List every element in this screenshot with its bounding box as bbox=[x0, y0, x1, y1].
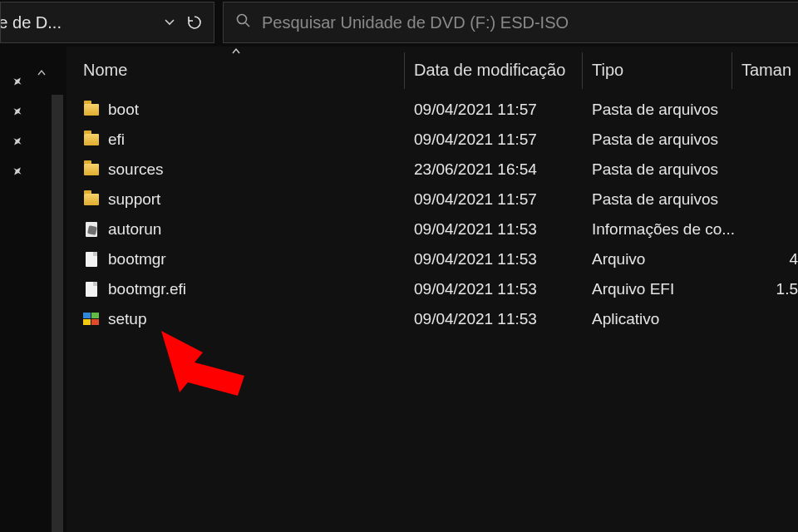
tree-expand-icon[interactable] bbox=[35, 47, 48, 532]
file-type: Informações de co... bbox=[592, 220, 741, 239]
pin-icon[interactable] bbox=[0, 126, 35, 156]
annotation-arrow-icon bbox=[155, 324, 254, 399]
search-box[interactable]: Pesquisar Unidade de DVD (F:) ESD-ISO bbox=[223, 2, 798, 43]
file-name: bootmgr bbox=[108, 250, 166, 268]
sort-indicator-icon bbox=[231, 47, 241, 59]
file-list-pane: Nome Data de modificação Tipo Taman boot… bbox=[66, 47, 798, 532]
file-name: support bbox=[108, 190, 160, 209]
file-name: efi bbox=[108, 131, 125, 149]
folder-icon bbox=[83, 161, 100, 178]
file-row[interactable]: efi 09/04/2021 11:57 Pasta de arquivos bbox=[66, 125, 798, 155]
file-row[interactable]: setup 09/04/2021 11:53 Aplicativo bbox=[66, 304, 798, 334]
file-row[interactable]: boot 09/04/2021 11:57 Pasta de arquivos bbox=[66, 95, 798, 125]
column-header-type[interactable]: Tipo bbox=[592, 61, 741, 80]
address-dropdown-icon[interactable] bbox=[164, 16, 177, 30]
file-date: 09/04/2021 11:53 bbox=[414, 250, 592, 268]
nav-scrollbar[interactable] bbox=[48, 47, 66, 532]
file-date: 09/04/2021 11:57 bbox=[414, 101, 592, 119]
file-date: 23/06/2021 16:54 bbox=[414, 160, 592, 179]
svg-point-0 bbox=[238, 14, 247, 23]
nav-scrollbar-thumb[interactable] bbox=[52, 95, 63, 532]
file-name: setup bbox=[108, 310, 146, 328]
file-row[interactable]: support 09/04/2021 11:57 Pasta de arquiv… bbox=[66, 185, 798, 214]
file-name: sources bbox=[108, 160, 164, 179]
file-icon bbox=[83, 251, 100, 268]
address-path: dade de D... bbox=[0, 13, 155, 32]
file-date: 09/04/2021 11:53 bbox=[414, 310, 592, 328]
file-type: Aplicativo bbox=[592, 310, 741, 328]
folder-icon bbox=[83, 131, 100, 148]
search-icon bbox=[235, 12, 252, 33]
file-date: 09/04/2021 11:57 bbox=[414, 131, 592, 149]
svg-marker-2 bbox=[161, 331, 244, 396]
file-date: 09/04/2021 11:53 bbox=[414, 220, 592, 239]
file-date: 09/04/2021 11:57 bbox=[414, 190, 592, 209]
pin-icon[interactable] bbox=[0, 156, 35, 186]
file-row[interactable]: sources 23/06/2021 16:54 Pasta de arquiv… bbox=[66, 155, 798, 185]
file-name: autorun bbox=[108, 220, 161, 239]
quick-access-column bbox=[0, 47, 35, 532]
file-size: 4 bbox=[741, 250, 798, 268]
application-icon bbox=[83, 311, 100, 328]
file-type: Arquivo bbox=[592, 250, 741, 268]
file-icon bbox=[83, 281, 100, 298]
file-type: Pasta de arquivos bbox=[592, 190, 741, 209]
pin-icon[interactable] bbox=[0, 66, 35, 96]
explorer-body: Nome Data de modificação Tipo Taman boot… bbox=[0, 47, 798, 532]
file-type: Pasta de arquivos bbox=[592, 160, 741, 179]
file-row[interactable]: autorun 09/04/2021 11:53 Informações de … bbox=[66, 214, 798, 244]
address-bar[interactable]: dade de D... bbox=[0, 2, 214, 43]
column-header-name[interactable]: Nome bbox=[83, 61, 414, 80]
file-row[interactable]: bootmgr.efi 09/04/2021 11:53 Arquivo EFI… bbox=[66, 274, 798, 304]
column-header-date[interactable]: Data de modificação bbox=[414, 61, 592, 80]
folder-icon bbox=[83, 101, 100, 118]
search-placeholder: Pesquisar Unidade de DVD (F:) ESD-ISO bbox=[262, 13, 569, 32]
toolbar: dade de D... Pesquisar Unidade de DVD (F… bbox=[0, 0, 798, 47]
folder-icon bbox=[83, 191, 100, 208]
file-date: 09/04/2021 11:53 bbox=[414, 280, 592, 298]
refresh-button[interactable] bbox=[185, 13, 204, 32]
file-name: boot bbox=[108, 101, 139, 119]
file-type: Pasta de arquivos bbox=[592, 101, 741, 119]
column-header-row: Nome Data de modificação Tipo Taman bbox=[66, 50, 798, 90]
pin-icon[interactable] bbox=[0, 96, 35, 126]
file-row[interactable]: bootmgr 09/04/2021 11:53 Arquivo 4 bbox=[66, 244, 798, 274]
config-file-icon bbox=[83, 221, 100, 238]
file-size: 1.5 bbox=[741, 280, 798, 298]
svg-line-1 bbox=[246, 22, 250, 27]
file-name: bootmgr.efi bbox=[108, 280, 186, 298]
file-type: Pasta de arquivos bbox=[592, 131, 741, 149]
file-rows: boot 09/04/2021 11:57 Pasta de arquivos … bbox=[66, 90, 798, 334]
file-type: Arquivo EFI bbox=[592, 280, 741, 298]
column-header-size[interactable]: Taman bbox=[741, 61, 798, 80]
